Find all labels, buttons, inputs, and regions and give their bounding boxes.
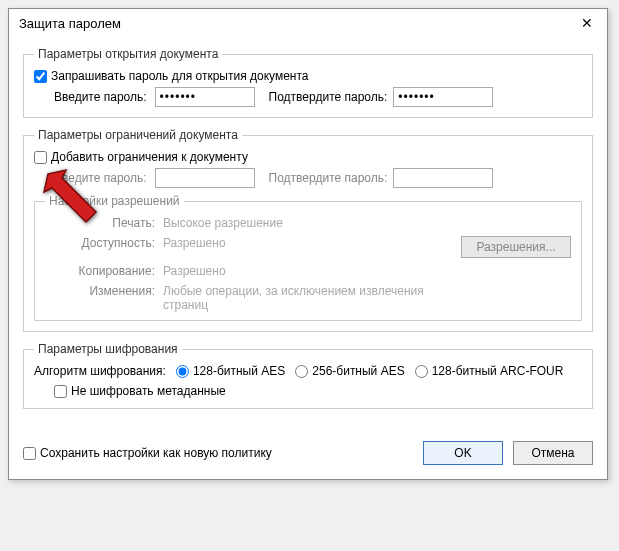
ok-button[interactable]: OK: [423, 441, 503, 465]
save-policy-row: Сохранить настройки как новую политику: [23, 446, 413, 460]
no-encrypt-meta-checkbox[interactable]: [54, 385, 67, 398]
dialog-footer: Сохранить настройки как новую политику O…: [9, 433, 607, 479]
request-password-row: Запрашивать пароль для открытия документ…: [34, 69, 582, 83]
save-policy-label: Сохранить настройки как новую политику: [40, 446, 272, 460]
request-password-checkbox[interactable]: [34, 70, 47, 83]
window-title: Защита паролем: [19, 16, 121, 31]
restrict-params-legend: Параметры ограничений документа: [34, 128, 242, 142]
perm-copy-label: Копирование:: [45, 264, 155, 278]
perm-print-value: Высокое разрешение: [163, 216, 453, 230]
permissions-button: Разрешения...: [461, 236, 571, 258]
permissions-group: Настройки разрешений Печать: Высокое раз…: [34, 194, 582, 321]
open-password-input[interactable]: [155, 87, 255, 107]
radio-aes128[interactable]: [176, 365, 189, 378]
radio-aes256-wrap[interactable]: 256-битный AES: [295, 364, 404, 378]
permissions-grid: Печать: Высокое разрешение Доступность: …: [45, 216, 571, 312]
request-password-label: Запрашивать пароль для открытия документ…: [51, 69, 309, 83]
perm-access-label: Доступность:: [45, 236, 155, 250]
save-policy-checkbox[interactable]: [23, 447, 36, 460]
perm-changes-label: Изменения:: [45, 284, 155, 298]
encryption-legend: Параметры шифрования: [34, 342, 182, 356]
no-encrypt-meta-label: Не шифровать метаданные: [71, 384, 226, 398]
open-params-group: Параметры открытия документа Запрашивать…: [23, 47, 593, 118]
open-password-row: Введите пароль: Подтвердите пароль:: [54, 87, 582, 107]
radio-aes256[interactable]: [295, 365, 308, 378]
no-encrypt-meta-row: Не шифровать метаданные: [54, 384, 582, 398]
restrict-password-row: Введите пароль: Подтвердите пароль:: [54, 168, 582, 188]
permissions-legend: Настройки разрешений: [45, 194, 184, 208]
close-icon[interactable]: ✕: [577, 15, 597, 31]
add-restrictions-row: Добавить ограничения к документу: [34, 150, 582, 164]
encryption-algo-label: Алгоритм шифрования:: [34, 364, 166, 378]
radio-aes256-label: 256-битный AES: [312, 364, 404, 378]
cancel-button[interactable]: Отмена: [513, 441, 593, 465]
restrict-password-input: [155, 168, 255, 188]
open-confirm-password-input[interactable]: [393, 87, 493, 107]
radio-arcfour-label: 128-битный ARC-FOUR: [432, 364, 564, 378]
perm-print-label: Печать:: [45, 216, 155, 230]
perm-copy-value: Разрешено: [163, 264, 453, 278]
open-confirm-password-label: Подтвердите пароль:: [269, 90, 388, 104]
dialog-content: Параметры открытия документа Запрашивать…: [9, 37, 607, 433]
open-enter-password-label: Введите пароль:: [54, 90, 147, 104]
radio-aes128-label: 128-битный AES: [193, 364, 285, 378]
open-params-legend: Параметры открытия документа: [34, 47, 222, 61]
radio-arcfour-wrap[interactable]: 128-битный ARC-FOUR: [415, 364, 564, 378]
password-protection-dialog: Защита паролем ✕ Параметры открытия доку…: [8, 8, 608, 480]
restrict-confirm-password-input: [393, 168, 493, 188]
titlebar: Защита паролем ✕: [9, 9, 607, 37]
encryption-algo-row: Алгоритм шифрования: 128-битный AES 256-…: [34, 364, 582, 378]
restrict-confirm-password-label: Подтвердите пароль:: [269, 171, 388, 185]
radio-aes128-wrap[interactable]: 128-битный AES: [176, 364, 285, 378]
restrict-enter-password-label: Введите пароль:: [54, 171, 147, 185]
add-restrictions-checkbox[interactable]: [34, 151, 47, 164]
perm-access-value: Разрешено: [163, 236, 453, 250]
perm-changes-value: Любые операции, за исключением извлечени…: [163, 284, 453, 312]
radio-arcfour[interactable]: [415, 365, 428, 378]
restrict-params-group: Параметры ограничений документа Добавить…: [23, 128, 593, 332]
add-restrictions-label: Добавить ограничения к документу: [51, 150, 248, 164]
encryption-group: Параметры шифрования Алгоритм шифрования…: [23, 342, 593, 409]
